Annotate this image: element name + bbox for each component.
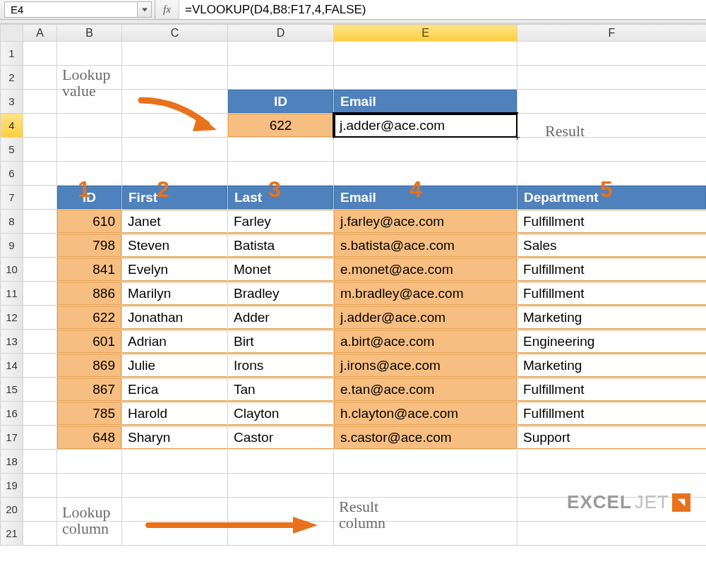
cell[interactable]	[23, 258, 57, 282]
cell[interactable]: 610	[57, 210, 122, 234]
cell[interactable]	[23, 498, 57, 522]
cell[interactable]: Farley	[228, 210, 334, 234]
cell[interactable]: Erica	[122, 378, 228, 402]
cell[interactable]	[23, 306, 57, 330]
cell[interactable]: Harold	[122, 402, 228, 426]
col-header-C[interactable]: C	[122, 25, 228, 42]
row-header-9[interactable]: 9	[1, 234, 23, 258]
cell[interactable]	[517, 138, 707, 162]
cell[interactable]	[23, 330, 57, 354]
cell[interactable]	[23, 378, 57, 402]
cell[interactable]: ID	[57, 186, 122, 210]
cell[interactable]: 785	[57, 402, 122, 426]
cell[interactable]	[517, 522, 707, 546]
cell[interactable]: m.bradley@ace.com	[334, 282, 517, 306]
row-header-13[interactable]: 13	[1, 330, 23, 354]
cell[interactable]	[57, 162, 122, 186]
cell[interactable]: Jonathan	[122, 306, 228, 330]
cell[interactable]: 886	[57, 282, 122, 306]
row-header-16[interactable]: 16	[1, 402, 23, 426]
cell[interactable]: Sales	[517, 234, 707, 258]
cell[interactable]: Marketing	[517, 354, 707, 378]
cell[interactable]	[517, 42, 707, 66]
cell[interactable]: h.clayton@ace.com	[334, 402, 517, 426]
cell[interactable]: Email	[334, 90, 517, 114]
cell[interactable]	[23, 90, 57, 114]
cell[interactable]: e.monet@ace.com	[334, 258, 517, 282]
row-header-2[interactable]: 2	[1, 66, 23, 90]
cell[interactable]	[23, 114, 57, 138]
cell[interactable]: Adder	[228, 306, 334, 330]
row-header-4[interactable]: 4	[1, 114, 23, 138]
cell[interactable]: Marketing	[517, 306, 707, 330]
cell[interactable]: s.batista@ace.com	[334, 234, 517, 258]
cell[interactable]: j.farley@ace.com	[334, 210, 517, 234]
col-header-D[interactable]: D	[228, 25, 334, 42]
row-header-10[interactable]: 10	[1, 258, 23, 282]
cell[interactable]	[23, 474, 57, 498]
cell[interactable]: Adrian	[122, 330, 228, 354]
cell[interactable]: Last	[228, 186, 334, 210]
cell[interactable]	[517, 450, 707, 474]
row-header-1[interactable]: 1	[1, 42, 23, 66]
cell[interactable]: Castor	[228, 426, 334, 450]
cell[interactable]	[334, 66, 517, 90]
cell[interactable]	[23, 282, 57, 306]
cell[interactable]: j.adder@ace.com	[334, 306, 517, 330]
cell[interactable]	[23, 426, 57, 450]
col-header-E[interactable]: E	[334, 25, 517, 42]
cell[interactable]	[228, 162, 334, 186]
cell[interactable]: 622	[228, 114, 334, 138]
cell[interactable]: Janet	[122, 210, 228, 234]
cell[interactable]	[228, 66, 334, 90]
cell[interactable]	[334, 42, 517, 66]
cell[interactable]: e.tan@ace.com	[334, 378, 517, 402]
row-header-5[interactable]: 5	[1, 138, 23, 162]
cell[interactable]	[517, 498, 707, 522]
cell[interactable]	[334, 474, 517, 498]
cell[interactable]	[517, 114, 707, 138]
col-header-A[interactable]: A	[23, 25, 57, 42]
cell[interactable]	[122, 66, 228, 90]
cell[interactable]: Evelyn	[122, 258, 228, 282]
cell[interactable]	[23, 450, 57, 474]
cell[interactable]	[23, 162, 57, 186]
insert-function-button[interactable]: fx	[155, 0, 179, 19]
cell[interactable]: Sharyn	[122, 426, 228, 450]
cell[interactable]	[122, 450, 228, 474]
cell[interactable]	[57, 522, 122, 546]
row-header-11[interactable]: 11	[1, 282, 23, 306]
cell[interactable]: 601	[57, 330, 122, 354]
cell[interactable]	[122, 138, 228, 162]
cell[interactable]	[23, 402, 57, 426]
cell[interactable]: Fulfillment	[517, 402, 707, 426]
worksheet-grid[interactable]: A B C D E F 123IDEmail4622j.adder@ace.co…	[0, 24, 706, 546]
cell[interactable]: Irons	[228, 354, 334, 378]
cell[interactable]: j.adder@ace.com	[334, 114, 517, 138]
cell[interactable]	[228, 138, 334, 162]
cell[interactable]: Batista	[228, 234, 334, 258]
cell[interactable]	[122, 498, 228, 522]
cell[interactable]	[23, 66, 57, 90]
name-box-dropdown[interactable]	[138, 1, 152, 18]
col-header-F[interactable]: F	[517, 25, 707, 42]
row-header-19[interactable]: 19	[1, 474, 23, 498]
cell[interactable]	[228, 522, 334, 546]
cell[interactable]: 869	[57, 354, 122, 378]
cell[interactable]: Engineering	[517, 330, 707, 354]
cell[interactable]: s.castor@ace.com	[334, 426, 517, 450]
col-header-B[interactable]: B	[57, 25, 122, 42]
cell[interactable]	[122, 474, 228, 498]
cell[interactable]	[122, 114, 228, 138]
row-header-20[interactable]: 20	[1, 498, 23, 522]
row-header-14[interactable]: 14	[1, 354, 23, 378]
cell[interactable]	[23, 138, 57, 162]
cell[interactable]: Bradley	[228, 282, 334, 306]
cell[interactable]: Department	[517, 186, 707, 210]
row-header-3[interactable]: 3	[1, 90, 23, 114]
cell[interactable]	[122, 90, 228, 114]
cell[interactable]: Fulfillment	[517, 282, 707, 306]
cell[interactable]: Julie	[122, 354, 228, 378]
cell[interactable]: Monet	[228, 258, 334, 282]
cell[interactable]: Tan	[228, 378, 334, 402]
